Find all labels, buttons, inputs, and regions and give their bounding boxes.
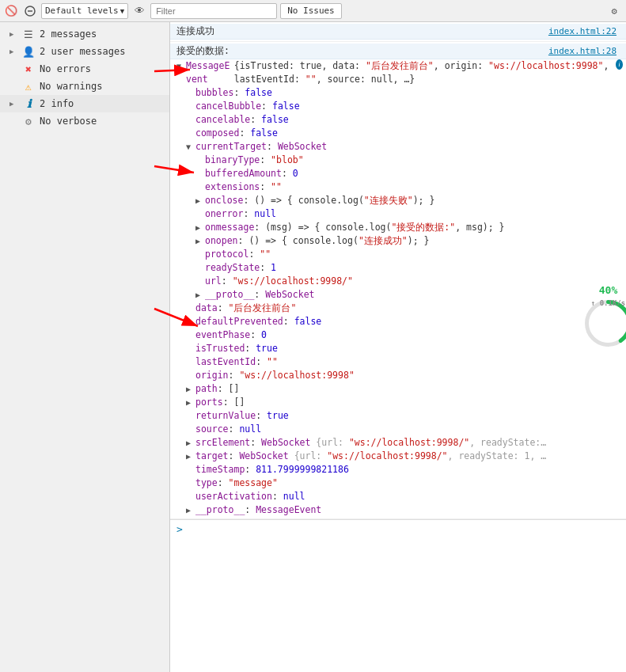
- tree-row-ports[interactable]: ports: []: [176, 396, 626, 409]
- tree-row-srcElement[interactable]: srcElement: WebSocket {url: "ws://localh…: [176, 436, 626, 450]
- tree-row-readyState[interactable]: readyState: 1: [176, 261, 626, 275]
- error-icon: ✖: [22, 63, 35, 75]
- tree-row-onmessage[interactable]: onmessage: (msg) => { console.log("接受的数据…: [176, 221, 626, 234]
- tree-row-onopen[interactable]: onopen: () => { console.log("连接成功"); }: [176, 234, 626, 248]
- sidebar-item-messages[interactable]: ▶ ☰ 2 messages: [0, 25, 169, 43]
- tree-row-binaryType[interactable]: binaryType: "blob": [176, 154, 626, 167]
- tree-row-root[interactable]: MessageEvent {isTrusted: true, data: "后台…: [176, 59, 626, 86]
- tree-row-source[interactable]: source: null: [176, 423, 626, 436]
- tree-row-cancelBubble[interactable]: cancelBubble: false: [176, 100, 626, 113]
- toolbar: 🚫 Default levels ▼ 👁 No Issues ⚙: [0, 0, 626, 22]
- tree-row-returnValue[interactable]: returnValue: true: [176, 409, 626, 423]
- object-tree: MessageEvent {isTrusted: true, data: "后台…: [170, 59, 626, 517]
- sidebar-label-user-messages: 2 user messages: [40, 46, 125, 57]
- log-source-2[interactable]: index.html:28: [548, 46, 620, 56]
- console-prompt[interactable]: >: [170, 519, 626, 538]
- expand-icon[interactable]: [186, 436, 195, 450]
- sidebar-label-info: 2 info: [40, 98, 74, 109]
- progress-circle: 40% ↑ 0.1K/s: [582, 271, 626, 322]
- sidebar: ▶ ☰ 2 messages ▶ 👤 2 user messages ▶ ✖ N…: [0, 22, 170, 672]
- sidebar-label-verbose: No verbose: [40, 116, 97, 127]
- tree-row-onclose[interactable]: onclose: () => { console.log("连接失败"); }: [176, 194, 626, 207]
- progress-sublabel: ↑ 0.1K/s: [591, 297, 625, 310]
- eye-icon[interactable]: 👁: [131, 3, 147, 19]
- levels-label: Default levels: [45, 6, 119, 16]
- expand-icon[interactable]: [186, 382, 195, 396]
- filter-input[interactable]: [150, 3, 277, 19]
- console-content[interactable]: 连接成功 index.html:22 接受的数据: index.html:28 …: [170, 22, 626, 672]
- gear-icon[interactable]: ⚙: [605, 2, 623, 20]
- sidebar-label-warnings: No warnings: [40, 81, 102, 92]
- sidebar-item-warnings[interactable]: ▶ ⚠ No warnings: [0, 78, 169, 95]
- tree-row-extensions[interactable]: extensions: "": [176, 180, 626, 194]
- sidebar-item-user-messages[interactable]: ▶ 👤 2 user messages: [0, 43, 169, 60]
- chevron-icon: ▶: [9, 100, 17, 108]
- prompt-symbol: >: [176, 523, 183, 535]
- tree-row-proto-me[interactable]: __proto__: MessageEvent: [176, 503, 626, 517]
- chevron-icon: ▶: [9, 47, 17, 55]
- list-icon: ☰: [22, 28, 35, 40]
- tree-row-bubbles[interactable]: bubbles: false: [176, 86, 626, 100]
- warning-icon: ⚠: [22, 81, 35, 93]
- log-text-1: 连接成功: [176, 25, 548, 37]
- expand-icon[interactable]: [186, 396, 195, 409]
- expand-icon[interactable]: [186, 503, 195, 517]
- log-text-2: 接受的数据:: [176, 45, 548, 57]
- tree-row-onerror[interactable]: onerror: null: [176, 207, 626, 221]
- sidebar-item-errors[interactable]: ▶ ✖ No errors: [0, 60, 169, 78]
- tree-row-currentTarget[interactable]: currentTarget: WebSocket: [176, 140, 626, 154]
- verbose-icon: ⚙: [22, 116, 35, 127]
- levels-dropdown[interactable]: Default levels ▼: [41, 3, 128, 19]
- tree-row-data[interactable]: data: "后台发往前台": [176, 302, 626, 315]
- chevron-down-icon: ▼: [120, 7, 124, 15]
- tree-row-origin[interactable]: origin: "ws://localhost:9998": [176, 369, 626, 382]
- collapse-button[interactable]: [22, 3, 38, 19]
- tree-row-type[interactable]: type: "message": [176, 476, 626, 490]
- tree-row-composed[interactable]: composed: false: [176, 127, 626, 140]
- sidebar-item-verbose[interactable]: ▶ ⚙ No verbose: [0, 112, 169, 130]
- expand-icon[interactable]: [186, 140, 195, 154]
- main-area: ▶ ☰ 2 messages ▶ 👤 2 user messages ▶ ✖ N…: [0, 22, 626, 672]
- tree-row-defaultPrevented[interactable]: defaultPrevented: false: [176, 315, 626, 328]
- chevron-icon: ▶: [9, 30, 17, 38]
- expand-icon[interactable]: [195, 288, 205, 302]
- info-badge-icon: i: [616, 59, 623, 70]
- progress-percent: 40%: [599, 283, 617, 297]
- expand-icon[interactable]: [176, 59, 186, 73]
- expand-icon[interactable]: [195, 221, 205, 234]
- user-icon: 👤: [22, 46, 35, 58]
- sidebar-label-messages: 2 messages: [40, 28, 97, 40]
- expand-icon[interactable]: [186, 450, 195, 463]
- tree-row-proto-ws[interactable]: __proto__: WebSocket: [176, 288, 626, 302]
- tree-row-path[interactable]: path: []: [176, 382, 626, 396]
- tree-row-url[interactable]: url: "ws://localhost:9998/" 40% ↑ 0.1K/s: [176, 275, 626, 288]
- expand-icon[interactable]: [195, 194, 205, 207]
- clear-console-button[interactable]: 🚫: [3, 3, 19, 19]
- tree-row-target[interactable]: target: WebSocket {url: "ws://localhost:…: [176, 450, 626, 463]
- tree-row-cancelable[interactable]: cancelable: false: [176, 113, 626, 127]
- sidebar-item-info[interactable]: ▶ ℹ 2 info: [0, 95, 169, 112]
- log-source-1[interactable]: index.html:22: [548, 26, 620, 36]
- tree-row-isTrusted[interactable]: isTrusted: true: [176, 342, 626, 355]
- no-issues-badge: No Issues: [280, 3, 342, 19]
- expand-icon[interactable]: [195, 234, 205, 248]
- info-icon: ℹ: [22, 97, 35, 111]
- tree-row-timeStamp[interactable]: timeStamp: 811.7999999821186: [176, 463, 626, 476]
- tree-row-protocol[interactable]: protocol: "": [176, 248, 626, 261]
- sidebar-label-errors: No errors: [40, 63, 91, 74]
- tree-row-eventPhase[interactable]: eventPhase: 0: [176, 328, 626, 342]
- tree-row-lastEventId[interactable]: lastEventId: "": [176, 355, 626, 369]
- log-entry-2: 接受的数据: index.html:28 MessageEvent {isTru…: [170, 42, 626, 519]
- tree-row-userActivation[interactable]: userActivation: null: [176, 490, 626, 503]
- log-entry-1: 连接成功 index.html:22: [170, 22, 626, 42]
- tree-row-bufferedAmount[interactable]: bufferedAmount: 0: [176, 167, 626, 180]
